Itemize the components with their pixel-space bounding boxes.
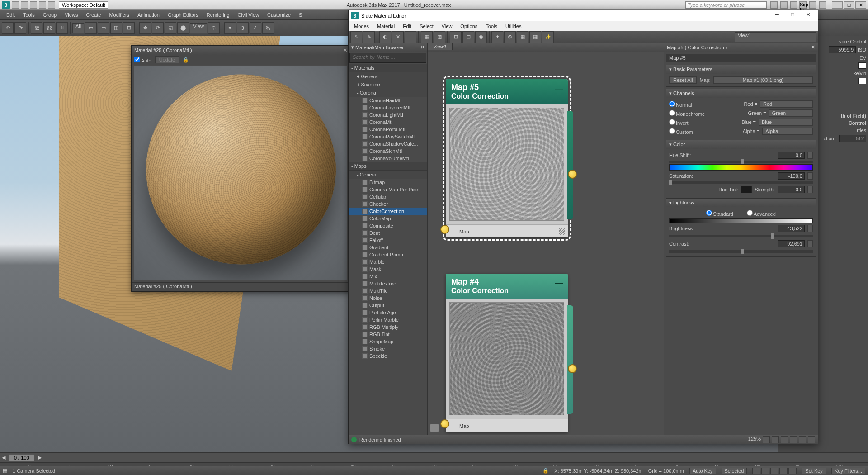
time-knob[interactable]: 0 / 100 bbox=[9, 454, 34, 461]
map-gradientramp[interactable]: Gradient Ramp bbox=[349, 251, 427, 258]
slate-menu-modes[interactable]: Modes bbox=[350, 23, 373, 30]
select-region-button[interactable]: ◫ bbox=[110, 22, 122, 34]
scale-button[interactable]: ◱ bbox=[165, 22, 176, 34]
pan-icon[interactable] bbox=[763, 436, 770, 443]
map-camera[interactable]: Camera Map Per Pixel bbox=[349, 186, 427, 193]
material-preview-status[interactable]: Material #25 ( CoronaMtl ) bbox=[132, 282, 350, 291]
saturation-spinner[interactable] bbox=[807, 172, 813, 180]
radio-normal[interactable]: Normal bbox=[669, 101, 692, 108]
slate-titlebar[interactable]: 3 Slate Material Editor ─ □ ✕ bbox=[349, 10, 818, 21]
map-speckle[interactable]: Speckle bbox=[349, 352, 427, 360]
contrast-value[interactable]: 92,691 bbox=[778, 240, 805, 247]
undo-button[interactable]: ↶ bbox=[2, 22, 14, 34]
qat-open-icon[interactable] bbox=[21, 1, 28, 9]
help-search-input[interactable]: Type a keyword or phrase bbox=[685, 1, 767, 9]
ref-coord-dropdown[interactable]: View bbox=[190, 23, 207, 33]
snap-button[interactable]: 3 bbox=[237, 22, 249, 34]
slate-maximize-button[interactable]: □ bbox=[785, 12, 800, 20]
menu-animation[interactable]: Animation bbox=[134, 11, 163, 19]
workspace-dropdown[interactable]: Workspace: Default bbox=[59, 1, 108, 9]
hue-slider-track[interactable] bbox=[669, 161, 813, 163]
node-map4-header[interactable]: Map #4 Color Correction — bbox=[446, 274, 568, 299]
map-multitexture[interactable]: MultiTexture bbox=[349, 280, 427, 287]
eyedropper-button[interactable]: ✎ bbox=[363, 31, 375, 43]
menu-edit[interactable]: Edit bbox=[3, 11, 19, 19]
brightness-spinner[interactable] bbox=[807, 225, 813, 232]
browser-search-input[interactable] bbox=[350, 53, 426, 61]
brightness-slider[interactable] bbox=[669, 235, 813, 238]
map-noise[interactable]: Noise bbox=[349, 294, 427, 302]
menu-civilview[interactable]: Civil View bbox=[234, 11, 263, 19]
zoom-icon[interactable] bbox=[772, 436, 779, 443]
next-frame-button[interactable] bbox=[779, 468, 788, 474]
node-map5-preview[interactable] bbox=[449, 108, 564, 221]
map-mask[interactable]: Mask bbox=[349, 266, 427, 273]
map-rgbmultiply[interactable]: RGB Multiply bbox=[349, 323, 427, 331]
wand-button[interactable]: ✨ bbox=[542, 31, 554, 43]
layout-children-button[interactable]: ⊟ bbox=[462, 31, 474, 43]
section-scanline[interactable]: + Scanline bbox=[349, 81, 427, 89]
autokey-button[interactable]: Auto Key bbox=[689, 468, 716, 474]
node-map5-slot[interactable]: Map bbox=[446, 224, 568, 238]
rotate-button[interactable]: ⟳ bbox=[152, 22, 164, 34]
section-materials[interactable]: - Materials bbox=[349, 64, 427, 72]
menu-modifiers[interactable]: Modifiers bbox=[105, 11, 133, 19]
bind-button[interactable]: ≋ bbox=[56, 22, 68, 34]
show-bg-button[interactable]: ▨ bbox=[434, 31, 445, 43]
select-by-material-button[interactable]: ✦ bbox=[491, 31, 503, 43]
node-map5[interactable]: Map #5 Color Correction — Map bbox=[446, 79, 568, 238]
radio-advanced[interactable]: Advanced bbox=[747, 210, 776, 217]
radio-standard[interactable]: Standard bbox=[706, 210, 733, 217]
map-name-input[interactable]: Map #5 bbox=[666, 54, 816, 62]
pick-tool-button[interactable]: ↖ bbox=[350, 31, 362, 43]
keyfilters-button[interactable]: Key Filters... bbox=[831, 468, 865, 474]
assign-button[interactable]: ◐ bbox=[379, 31, 391, 43]
node-map4-input-socket[interactable] bbox=[440, 419, 449, 428]
menu-customize[interactable]: Customize bbox=[264, 11, 294, 19]
qat-redo-icon[interactable] bbox=[48, 1, 55, 9]
mat-coronahair[interactable]: CoronaHairMtl bbox=[349, 97, 427, 104]
size-value[interactable]: 512 bbox=[839, 135, 866, 142]
material-editor-button[interactable]: ◉ bbox=[475, 31, 487, 43]
map-falloff[interactable]: Falloff bbox=[349, 237, 427, 244]
lock-icon[interactable]: 🔒 bbox=[183, 57, 189, 63]
setkey-button[interactable]: Set Key bbox=[802, 468, 826, 474]
prev-frame-button[interactable] bbox=[761, 468, 769, 474]
node-collapse-icon[interactable]: — bbox=[555, 84, 563, 93]
mat-coronaportal[interactable]: CoronaPortalMtl bbox=[349, 126, 427, 133]
rollout-lightness-header[interactable]: ▾ Lightness bbox=[666, 199, 816, 207]
green-dropdown[interactable]: Green bbox=[769, 109, 813, 117]
color-swatch-1[interactable] bbox=[858, 62, 866, 69]
node-map5-header[interactable]: Map #5 Color Correction — bbox=[446, 79, 568, 104]
map-bitmap[interactable]: Bitmap bbox=[349, 179, 427, 186]
pctsnap-button[interactable]: % bbox=[262, 22, 274, 34]
slate-menu-edit[interactable]: Edit bbox=[399, 23, 415, 30]
selection-filter-dropdown[interactable]: All bbox=[72, 23, 84, 33]
layout-button[interactable]: ⊞ bbox=[450, 31, 462, 43]
hue-value[interactable]: 0,0 bbox=[778, 152, 805, 159]
zoom-extents-icon[interactable] bbox=[790, 436, 797, 443]
saturation-value[interactable]: -100,0 bbox=[778, 172, 805, 180]
map-rgbtint[interactable]: RGB Tint bbox=[349, 331, 427, 338]
options-button[interactable]: ⚙ bbox=[504, 31, 516, 43]
browser-search[interactable] bbox=[349, 53, 426, 63]
pivot-button[interactable]: ⊙ bbox=[208, 22, 220, 34]
map-output[interactable]: Output bbox=[349, 302, 427, 309]
rollout-color-header[interactable]: ▾ Color bbox=[666, 140, 816, 149]
zoom-extents-all-icon[interactable] bbox=[799, 436, 806, 443]
mat-coronashadow[interactable]: CoronaShadowCatc... bbox=[349, 140, 427, 147]
select-button[interactable]: ▭ bbox=[85, 22, 97, 34]
manip-button[interactable]: ✦ bbox=[224, 22, 236, 34]
maximize-button[interactable]: □ bbox=[844, 1, 854, 9]
grid2-button[interactable]: ▦ bbox=[529, 31, 541, 43]
goto-start-button[interactable] bbox=[752, 468, 760, 474]
ev-value-1[interactable]: 5999,9 bbox=[829, 46, 856, 53]
rollout-basic-header[interactable]: ▾ Basic Parameters bbox=[666, 65, 816, 74]
auto-checkbox[interactable]: Auto bbox=[134, 57, 151, 63]
play-button[interactable] bbox=[770, 468, 778, 474]
node-map4-preview[interactable] bbox=[449, 302, 564, 415]
slate-menu-options[interactable]: Options bbox=[457, 23, 481, 30]
graph-canvas[interactable]: Map #5 Color Correction — Map bbox=[428, 52, 664, 435]
material-preview-titlebar[interactable]: Material #25 ( CoronaMtl ) ✕ bbox=[132, 46, 350, 55]
map-mix[interactable]: Mix bbox=[349, 273, 427, 280]
